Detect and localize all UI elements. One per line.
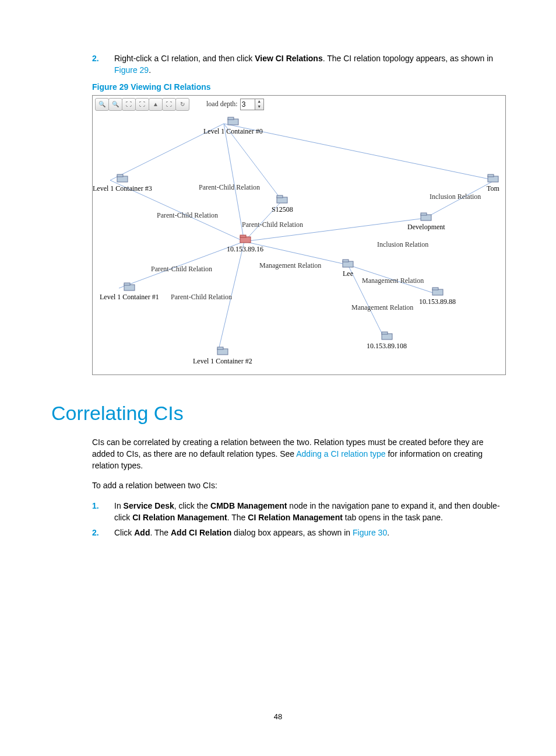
node-s12508[interactable]: S12508 (272, 195, 293, 214)
step-text: Click Add. The Add CI Relation dialog bo… (112, 527, 505, 538)
node-lvl1-c1[interactable]: Level 1 Container #1 (100, 282, 159, 302)
load-depth-input[interactable] (241, 99, 255, 110)
edge-label: Management Relation (259, 261, 321, 270)
svg-rect-32 (217, 347, 223, 349)
edge-label: Parent-Child Relation (151, 265, 212, 274)
edge-label: Management Relation (351, 303, 413, 312)
svg-line-3 (224, 124, 244, 242)
step-number: 2. (51, 52, 112, 76)
svg-rect-18 (488, 174, 494, 177)
ci-relations-diagram: 🔍 🔍 ⛶ ⛶ ▲ ⛶ ↻ load depth: ▲▼ (92, 95, 506, 375)
step-number: 1. (51, 500, 112, 524)
load-depth-label: load depth: (206, 100, 238, 108)
zoom-fit-icon[interactable]: ⛶ (135, 98, 149, 111)
edge-label: Inclusion Relation (430, 192, 481, 201)
node-lvl1-c2[interactable]: Level 1 Container #2 (193, 346, 252, 366)
edge-label: Parent-Child Relation (171, 293, 232, 302)
figure-29-link[interactable]: Figure 29 (114, 65, 149, 75)
svg-rect-14 (228, 117, 234, 120)
layout-icon[interactable]: ▲ (149, 98, 163, 111)
edge-label: Inclusion Relation (377, 240, 428, 249)
paragraph: CIs can be correlated by creating a rela… (92, 436, 505, 472)
zoom-in-icon[interactable]: 🔍 (95, 98, 109, 111)
diagram-toolbar: 🔍 🔍 ⛶ ⛶ ▲ ⛶ ↻ load depth: ▲▼ (95, 98, 264, 111)
spinner-up-icon[interactable]: ▲ (255, 99, 263, 104)
node-ip1[interactable]: 10.153.89.16 (227, 235, 263, 254)
edge-label: Parent-Child Relation (199, 183, 260, 192)
fullscreen-icon[interactable]: ⛶ (162, 98, 176, 111)
figure-caption: Figure 29 Viewing CI Relations (92, 82, 505, 92)
node-lee[interactable]: Lee (342, 259, 354, 278)
step-text: Right-click a CI relation, and then clic… (112, 52, 505, 76)
step-text: In Service Desk, click the CMDB Manageme… (112, 500, 505, 524)
refresh-icon[interactable]: ↻ (175, 98, 189, 111)
svg-line-1 (224, 124, 495, 180)
svg-rect-26 (124, 283, 130, 285)
svg-rect-20 (277, 195, 283, 198)
spinner-down-icon[interactable]: ▼ (255, 104, 263, 110)
zoom-out-icon[interactable]: 🔍 (108, 98, 122, 111)
node-development[interactable]: Development (407, 212, 445, 232)
svg-rect-28 (343, 260, 349, 262)
svg-rect-30 (432, 288, 438, 290)
adding-ci-relation-type-link[interactable]: Adding a CI relation type (296, 449, 385, 459)
edge-label: Parent-Child Relation (242, 220, 303, 229)
load-depth-spinner[interactable]: ▲▼ (240, 99, 264, 110)
step-number: 2. (51, 527, 112, 538)
section-heading: Correlating CIs (51, 402, 505, 425)
svg-rect-22 (421, 213, 427, 215)
node-lvl1-c0[interactable]: Level 1 Container #0 (203, 117, 263, 136)
svg-rect-24 (240, 235, 246, 237)
node-tom[interactable]: Tom (487, 174, 499, 193)
figure-30-link[interactable]: Figure 30 (353, 528, 387, 537)
svg-rect-34 (382, 332, 388, 334)
node-ip3[interactable]: 10.153.89.108 (367, 331, 407, 351)
zoom-area-icon[interactable]: ⛶ (122, 98, 136, 111)
node-lvl1-c3[interactable]: Level 1 Container #3 (93, 174, 152, 193)
page-number: 48 (0, 712, 556, 721)
paragraph: To add a relation between two CIs: (92, 480, 505, 491)
edge-label: Parent-Child Relation (157, 211, 218, 220)
svg-rect-16 (117, 174, 123, 177)
node-ip2[interactable]: 10.153.89.88 (419, 287, 456, 306)
edge-label: Management Relation (362, 276, 424, 285)
